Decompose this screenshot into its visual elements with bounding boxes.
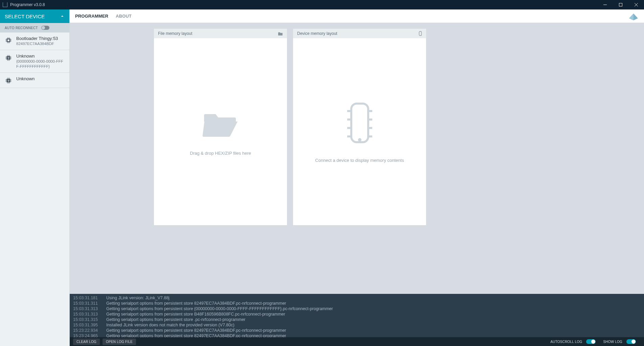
log-timestamp: 15:03:31.181 (73, 295, 102, 301)
minimize-button[interactable] (597, 0, 613, 9)
svg-rect-8 (351, 104, 368, 142)
log-row: 15:23:22.934Getting serialport options f… (73, 328, 641, 333)
folder-icon[interactable] (278, 31, 283, 36)
log-message: Getting serialport options from persiste… (106, 311, 285, 317)
select-device-button[interactable]: SELECT DEVICE (0, 9, 69, 23)
device-name: Unknown (16, 53, 65, 59)
auto-reconnect-label: AUTO RECONNECT (5, 26, 38, 30)
log-timestamp: 15:03:31.311 (73, 301, 102, 306)
log-message: Getting serialport options from persiste… (106, 317, 245, 322)
question-chip-icon: ? (5, 77, 12, 84)
log-row: 15:03:31.311Getting serialport options f… (73, 301, 641, 306)
device-name: Bootloader Thingy:53 (16, 36, 58, 41)
log-message: Getting serialport options from persiste… (106, 306, 333, 311)
device-list: Bootloader Thingy:53 82497EC7AA384BDF ? … (0, 33, 69, 346)
device-panel-title: Device memory layout (297, 31, 337, 36)
auto-reconnect-toggle[interactable] (41, 26, 49, 30)
device-chip-icon (345, 101, 375, 145)
log-timestamp: 15:23:24.965 (73, 333, 102, 337)
svg-rect-0 (619, 3, 622, 6)
log-timestamp: 15:03:31.395 (73, 322, 102, 328)
log-message: Using JLink version: JLink_V7.88j (106, 295, 170, 301)
log-row: 15:03:31.313Getting serialport options f… (73, 306, 641, 311)
log-panel: 15:03:31.181Using JLink version: JLink_V… (70, 294, 644, 337)
log-row: 15:03:31.181Using JLink version: JLink_V… (73, 295, 641, 301)
sidebar: SELECT DEVICE AUTO RECONNECT Bootloader … (0, 9, 70, 346)
file-memory-panel: File memory layout Drag & drop HEX/ZIP f… (154, 28, 287, 225)
tab-about[interactable]: ABOUT (116, 14, 132, 19)
maximize-button[interactable] (613, 0, 628, 9)
device-item[interactable]: ? Unknown {00000000-0000-0000-FFFF-FFFFF… (0, 50, 69, 73)
svg-text:?: ? (7, 79, 9, 83)
file-panel-title: File memory layout (158, 31, 192, 36)
file-drop-zone[interactable]: Drag & drop HEX/ZIP files here (154, 38, 287, 225)
chip-outline-icon (419, 31, 422, 36)
select-device-label: SELECT DEVICE (5, 14, 45, 19)
log-timestamp: 15:03:31.315 (73, 317, 102, 322)
topbar: PROGRAMMER ABOUT (70, 9, 644, 23)
device-item[interactable]: Bootloader Thingy:53 82497EC7AA384BDF (0, 33, 69, 50)
device-name: Unknown (16, 76, 35, 82)
chip-icon (5, 37, 12, 44)
log-message: Getting serialport options from persiste… (106, 301, 286, 306)
log-timestamp: 15:03:31.313 (73, 306, 102, 311)
log-row: 15:03:31.313Getting serialport options f… (73, 311, 641, 317)
tab-programmer[interactable]: PROGRAMMER (75, 14, 108, 19)
svg-rect-7 (419, 31, 422, 36)
log-message: Getting serialport options from persiste… (106, 328, 286, 333)
auto-reconnect-row: AUTO RECONNECT (0, 23, 69, 33)
clear-log-button[interactable]: CLEAR LOG (73, 339, 100, 345)
device-item[interactable]: ? Unknown (0, 73, 69, 88)
svg-text:?: ? (7, 57, 9, 60)
show-log-toggle[interactable] (626, 339, 636, 344)
device-serial: {00000000-0000-0000-FFFF-FFFFFFFFFFFF} (16, 59, 65, 69)
log-message: Installed JLink version does not match t… (106, 322, 235, 328)
log-row: 15:03:31.395Installed JLink version does… (73, 322, 641, 328)
question-chip-icon: ? (5, 54, 12, 62)
log-message: Getting serialport options from persiste… (106, 333, 286, 337)
log-timestamp: 15:03:31.313 (73, 311, 102, 317)
titlebar: Programmer v3.0.8 (0, 0, 644, 9)
open-folder-icon (202, 108, 239, 138)
chevron-up-icon (60, 14, 65, 19)
app-icon (3, 2, 7, 7)
nordic-logo-icon (628, 12, 639, 20)
autoscroll-log-toggle[interactable] (586, 339, 596, 344)
device-memory-panel: Device memory layout Connect a device to… (293, 28, 426, 225)
log-footer: CLEAR LOG OPEN LOG FILE AUTOSCROLL LOG S… (70, 337, 644, 346)
show-log-label: SHOW LOG (603, 340, 622, 344)
content-area: File memory layout Drag & drop HEX/ZIP f… (70, 23, 644, 294)
file-placeholder: Drag & drop HEX/ZIP files here (190, 151, 251, 156)
svg-point-9 (358, 138, 361, 142)
log-timestamp: 15:23:22.934 (73, 328, 102, 333)
device-placeholder: Connect a device to display memory conte… (315, 158, 404, 163)
open-log-file-button[interactable]: OPEN LOG FILE (103, 339, 136, 345)
device-serial: 82497EC7AA384BDF (16, 41, 58, 46)
log-row: 15:23:24.965Getting serialport options f… (73, 333, 641, 337)
close-button[interactable] (628, 0, 644, 9)
window-title: Programmer v3.0.8 (10, 2, 45, 7)
autoscroll-log-label: AUTOSCROLL LOG (550, 340, 582, 344)
log-row: 15:03:31.315Getting serialport options f… (73, 317, 641, 322)
svg-rect-2 (7, 39, 9, 41)
